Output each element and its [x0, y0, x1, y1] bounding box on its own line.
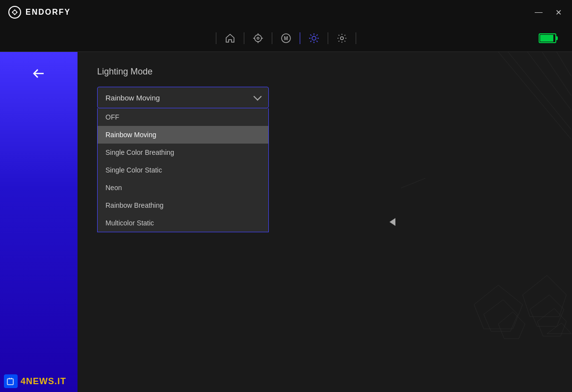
navbar: M [0, 24, 572, 52]
mode-option-rainbow-breathing-label: Rainbow Breathing [105, 201, 163, 209]
battery-fill [540, 35, 553, 42]
svg-marker-29 [537, 308, 566, 336]
back-icon [31, 66, 47, 81]
svg-point-2 [255, 35, 261, 42]
macro-icon: M [281, 33, 291, 44]
section-title: Lighting Mode [97, 67, 552, 77]
mode-option-single-static-label: Single Color Static [105, 166, 162, 174]
nav-separator-3 [272, 32, 272, 44]
svg-line-15 [311, 34, 312, 35]
home-icon [225, 33, 235, 44]
svg-point-10 [312, 36, 316, 40]
nav-separator-4 [300, 32, 300, 44]
nav-settings[interactable] [332, 28, 352, 48]
minimize-button[interactable]: — [533, 6, 545, 18]
nav-macro[interactable]: M [276, 28, 296, 48]
main-layout: Lighting Mode Rainbow Moving OFF Rainbow… [0, 52, 572, 392]
svg-point-3 [257, 37, 259, 39]
crosshair-icon [253, 33, 263, 44]
selected-mode-label: Rainbow Moving [105, 94, 160, 102]
battery-icon [539, 33, 556, 43]
mode-option-rainbow-moving[interactable]: Rainbow Moving [98, 126, 268, 144]
lighting-icon [309, 33, 319, 44]
sidebar [0, 52, 78, 392]
svg-marker-26 [498, 312, 525, 339]
svg-point-19 [340, 37, 343, 40]
battery-container [539, 33, 564, 43]
svg-marker-28 [530, 295, 564, 326]
nav-crosshair[interactable] [248, 28, 268, 48]
svg-marker-27 [522, 275, 566, 317]
svg-marker-30 [547, 323, 572, 334]
mode-option-neon[interactable]: Neon [98, 179, 268, 196]
right-arrow-indicator [390, 218, 395, 226]
chevron-down-icon [254, 93, 262, 101]
lighting-mode-dropdown-list: OFF Rainbow Moving Single Color Breathin… [97, 108, 269, 232]
svg-line-33 [557, 52, 572, 76]
lighting-mode-section: Lighting Mode Rainbow Moving OFF Rainbow… [97, 67, 552, 221]
mode-option-multicolor-static-label: Multicolor Static [105, 219, 154, 227]
mode-option-rainbow-breathing[interactable]: Rainbow Breathing [98, 196, 268, 214]
mode-option-multicolor-static[interactable]: Multicolor Static [98, 214, 268, 232]
nav-separator-6 [356, 32, 356, 44]
app-logo: ENDORFY [8, 5, 71, 19]
svg-text:M: M [284, 36, 288, 41]
svg-point-1 [13, 11, 16, 14]
app-title: ENDORFY [26, 8, 71, 17]
watermark-text: 4NEWS.IT [21, 376, 66, 387]
nav-separator-2 [244, 32, 244, 44]
mode-option-neon-label: Neon [105, 184, 122, 192]
lighting-mode-dropdown-container: Rainbow Moving OFF Rainbow Moving Single… [97, 87, 269, 122]
title-bar: ENDORFY — ✕ [0, 0, 572, 24]
window-controls: — ✕ [533, 6, 564, 18]
mode-option-single-breathing-label: Single Color Breathing [105, 148, 174, 156]
close-button[interactable]: ✕ [552, 6, 564, 18]
svg-line-16 [316, 41, 317, 42]
nav-separator-5 [328, 32, 328, 44]
back-button[interactable] [27, 62, 51, 85]
mode-option-off[interactable]: OFF [98, 108, 268, 126]
watermark-box [4, 374, 18, 388]
svg-marker-25 [484, 300, 518, 331]
nav-separator-1 [216, 32, 216, 44]
svg-line-18 [311, 41, 312, 42]
lighting-mode-dropdown[interactable]: Rainbow Moving [97, 87, 269, 108]
content-area: Lighting Mode Rainbow Moving OFF Rainbow… [78, 52, 572, 392]
nav-home[interactable] [220, 28, 240, 48]
watermark: 4NEWS.IT [4, 374, 66, 388]
mode-option-single-static[interactable]: Single Color Static [98, 161, 268, 179]
svg-line-17 [316, 34, 317, 35]
watermark-icon [6, 377, 15, 386]
mode-option-single-breathing[interactable]: Single Color Breathing [98, 144, 268, 161]
svg-marker-24 [474, 285, 522, 329]
logo-icon [8, 5, 22, 19]
settings-icon [337, 33, 347, 44]
mode-option-rainbow-moving-label: Rainbow Moving [105, 131, 156, 139]
nav-lighting[interactable] [304, 28, 324, 48]
mode-option-off-label: OFF [105, 113, 119, 121]
svg-rect-34 [7, 379, 13, 385]
